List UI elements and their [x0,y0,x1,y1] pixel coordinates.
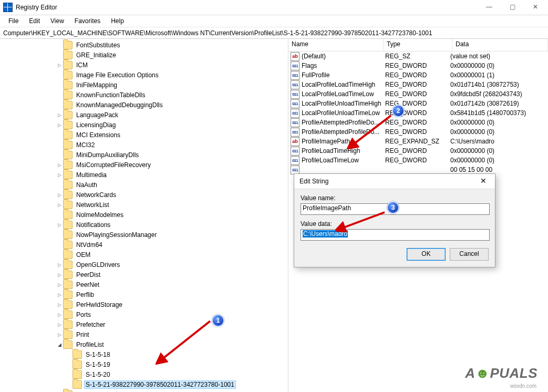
chevron-right-icon[interactable] [56,282,63,287]
regedit-icon [3,3,13,12]
value-data: 0x00000001 (1) [447,71,548,79]
tree-item-label: FontSubstitutes [75,41,121,49]
tree-item-label: NolmeModelmes [75,211,125,219]
tree-item[interactable]: NtVdm64 [0,240,288,250]
tree-item[interactable]: MCI32 [0,140,288,150]
tree-item[interactable]: NaAuth [0,180,288,190]
chevron-right-icon[interactable] [56,262,63,267]
tree-item[interactable]: NowPlayingSessionManager [0,230,288,240]
list-row[interactable]: 011LocalProfileUnloadTimeHighREG_DWORD0x… [288,99,548,108]
chevron-right-icon[interactable] [56,162,63,168]
list-row[interactable]: 011ProfileLoadTimeHighREG_DWORD0x0000000… [288,146,548,156]
menu-view[interactable]: View [45,16,69,26]
col-name[interactable]: Name [288,39,384,51]
value-data: 0x00000000 (0) [447,147,548,154]
tree-item[interactable]: Multimedia [0,170,288,180]
folder-icon [63,311,73,319]
tree-item[interactable]: S-1-5-19 [0,359,288,369]
list-row[interactable]: abProfileImagePathREG_EXPAND_SZC:\Users\… [288,137,548,146]
tree-item[interactable]: S-1-5-21-938227990-3978502011-3427723780… [0,379,288,389]
tree-item[interactable]: IniFileMapping [0,80,288,90]
ok-button[interactable]: OK [407,248,446,261]
tree-item[interactable]: S-1-5-20 [0,369,288,379]
binary-value-icon: 011 [291,156,299,165]
menu-edit[interactable]: Edit [24,16,45,26]
list-row[interactable]: ab(Default)REG_SZ(value not set) [288,51,548,61]
list-row[interactable]: 011ProfileAttemptedProfileDo...REG_DWORD… [288,127,548,137]
chevron-down-icon[interactable] [56,342,63,347]
tree-item[interactable]: MCI Extensions [0,130,288,140]
list-row[interactable]: 011FullProfileREG_DWORD0x00000001 (1) [288,70,548,80]
tree-item[interactable]: S-1-5-18 [0,349,288,359]
folder-icon [63,321,73,329]
close-button[interactable]: ✕ [524,0,547,14]
chevron-right-icon[interactable] [56,332,63,337]
tree-item-label: KnownFunctionTableDlls [75,91,147,99]
tree-item[interactable]: MsiCorruptedFileRecovery [0,160,288,170]
folder-icon [63,390,73,393]
col-data[interactable]: Data [452,39,548,51]
list-row[interactable]: 011FlagsREG_DWORD0x00000000 (0) [288,61,548,70]
value-name: LocalProfileLoadTimeLow [302,90,374,98]
tree-item[interactable]: PeerDist [0,270,288,280]
chevron-right-icon[interactable] [56,302,63,307]
list-row[interactable]: 011LocalProfileLoadTimeHighREG_DWORD0x01… [288,80,548,89]
chevron-right-icon[interactable] [56,312,63,317]
menu-favorites[interactable]: Favorites [69,16,106,26]
tree-item[interactable]: FontSubstitutes [0,40,288,50]
tree-item[interactable]: Perflib [0,290,288,300]
address-bar[interactable]: Computer\HKEY_LOCAL_MACHINE\SOFTWARE\Mic… [0,27,548,39]
folder-icon [73,380,82,389]
folder-icon [63,241,73,249]
tree-item[interactable]: ProfileList [0,339,288,349]
chevron-right-icon[interactable] [56,192,63,198]
cancel-button[interactable]: Cancel [450,248,489,261]
tree-item[interactable]: ICM [0,60,288,70]
chevron-right-icon[interactable] [56,322,63,327]
tree-item[interactable]: PerHwIdStorage [0,300,288,310]
tree-pane[interactable]: FontSubstitutesGRE_InitializeICMImage Fi… [0,39,288,392]
maximize-button[interactable]: ▢ [501,0,524,14]
tree-item[interactable]: Image File Execution Options [0,70,288,80]
chevron-right-icon[interactable] [56,122,63,128]
chevron-right-icon[interactable] [56,222,63,228]
tree-item[interactable]: MiniDumpAuxiliaryDlls [0,150,288,160]
tree-item[interactable]: Print [0,329,288,339]
tree-item[interactable]: OpenGLDrivers [0,260,288,270]
tree-item[interactable]: GRE_Initialize [0,50,288,60]
list-row[interactable]: 011LocalProfileLoadTimeLowREG_DWORD0x9fd… [288,89,548,99]
tree-item[interactable]: KnownManagedDebuggingDlls [0,100,288,110]
tree-item[interactable]: OEM [0,250,288,260]
tree-item[interactable]: NetworkList [0,200,288,210]
tree-item[interactable]: NolmeModelmes [0,210,288,220]
list-row[interactable]: 011LocalProfileUnloadTimeLowREG_DWORD0x5… [288,108,548,118]
tree-item-label: OpenGLDrivers [75,261,121,269]
dialog-close-button[interactable]: ✕ [473,174,494,188]
chevron-right-icon[interactable] [56,63,63,68]
list-header: Name Type Data [288,39,548,51]
tree-item[interactable]: LanguagePack [0,110,288,120]
chevron-right-icon[interactable] [56,202,63,208]
tree-item[interactable]: Ports [0,310,288,319]
list-row[interactable]: 011ProfileLoadTimeLowREG_DWORD0x00000000… [288,156,548,165]
folder-icon [63,171,73,179]
tree-item[interactable]: Prefetcher [0,319,288,329]
tree-item[interactable]: ProfileNotification [0,389,288,392]
chevron-right-icon[interactable] [56,172,63,178]
chevron-right-icon[interactable] [56,272,63,277]
value-data: 0x5841b1d5 (1480700373) [447,109,548,117]
list-row[interactable]: 011ProfileAttemptedProfileDo...REG_DWORD… [288,118,548,127]
menu-help[interactable]: Help [106,16,129,26]
minimize-button[interactable]: — [478,0,501,14]
tree-item[interactable]: NetworkCards [0,190,288,200]
tree-item[interactable]: Notifications [0,220,288,230]
col-type[interactable]: Type [384,39,452,51]
chevron-right-icon[interactable] [56,112,63,118]
tree-item[interactable]: PeerNet [0,280,288,290]
chevron-right-icon[interactable] [56,292,63,297]
menu-file[interactable]: File [3,16,24,26]
tree-item[interactable]: KnownFunctionTableDlls [0,90,288,100]
folder-icon [63,281,73,289]
tree-item[interactable]: LicensingDiag [0,120,288,130]
value-data-input[interactable]: C:\Users\madro [301,229,490,241]
